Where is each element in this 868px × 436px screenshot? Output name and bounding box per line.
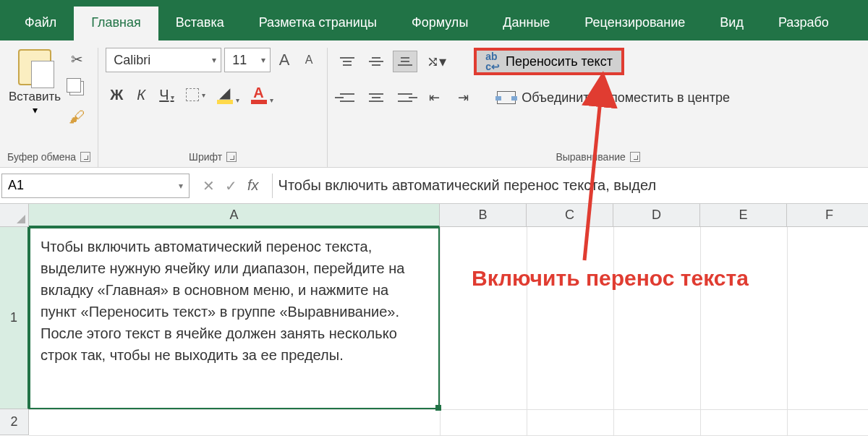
cell-a1[interactable]: Чтобы включить автоматический перенос те… xyxy=(29,227,440,409)
ribbon-tabs: Файл Главная Вставка Разметка страницы Ф… xyxy=(0,0,868,40)
select-all-corner[interactable] xyxy=(0,204,29,227)
name-box[interactable]: A1 xyxy=(1,174,190,198)
group-label-clipboard: Буфер обмена xyxy=(7,151,76,163)
annotation-label: Включить перенос текста xyxy=(472,266,749,291)
tab-data[interactable]: Данные xyxy=(485,7,567,40)
name-box-value: A1 xyxy=(8,178,24,193)
bold-button[interactable]: Ж xyxy=(106,84,127,106)
borders-button[interactable] xyxy=(182,85,210,104)
paste-button[interactable]: Вставить xyxy=(7,48,62,117)
merge-icon xyxy=(497,91,516,104)
wrap-text-icon: abc↩ xyxy=(485,51,500,72)
col-header-d[interactable]: D xyxy=(613,204,700,227)
cell-a1-text: Чтобы включить автоматический перенос те… xyxy=(41,239,404,363)
tab-view[interactable]: Вид xyxy=(702,7,761,40)
col-header-c[interactable]: C xyxy=(527,204,613,227)
group-label-font: Шрифт xyxy=(189,151,222,163)
chevron-down-icon xyxy=(202,91,205,99)
chevron-down-icon xyxy=(236,96,239,104)
clipboard-icon xyxy=(18,49,51,85)
wrap-text-button[interactable]: abc↩ Переносить текст xyxy=(474,48,624,75)
font-size-value: 11 xyxy=(232,53,247,68)
clipboard-dialog-launcher[interactable] xyxy=(80,152,90,162)
cancel-formula-button[interactable]: ✕ xyxy=(203,177,215,195)
align-middle-button[interactable] xyxy=(364,51,388,72)
group-alignment: ⤭ abc↩ Переносить текст ⇤ ⇥ xyxy=(328,48,868,167)
fill-color-button[interactable]: ◢ xyxy=(213,82,244,107)
font-name-value: Calibri xyxy=(114,53,150,68)
insert-function-button[interactable]: fx xyxy=(247,177,259,195)
accept-formula-button[interactable]: ✓ xyxy=(225,177,237,195)
font-name-combo[interactable]: Calibri xyxy=(106,48,221,72)
chevron-down-icon xyxy=(261,55,265,65)
chevron-down-icon xyxy=(179,181,183,191)
tab-insert[interactable]: Вставка xyxy=(158,7,242,40)
align-right-button[interactable] xyxy=(393,87,417,108)
format-painter-button[interactable]: 🖌 xyxy=(68,108,85,126)
group-font: Calibri 11 A A Ж К Ч xyxy=(98,48,328,167)
tab-home[interactable]: Главная xyxy=(74,7,158,40)
align-left-button[interactable] xyxy=(335,87,359,108)
row-header-2[interactable]: 2 xyxy=(0,409,29,435)
col-header-b[interactable]: B xyxy=(440,204,527,227)
decrease-indent-button[interactable]: ⇤ xyxy=(422,87,446,108)
col-header-a[interactable]: A xyxy=(29,204,440,227)
cut-button[interactable]: ✂ xyxy=(68,51,85,68)
copy-button[interactable] xyxy=(68,80,85,97)
font-dialog-launcher[interactable] xyxy=(226,152,237,162)
font-size-combo[interactable]: 11 xyxy=(224,48,271,72)
tab-page-layout[interactable]: Разметка страницы xyxy=(242,7,394,40)
italic-button[interactable]: К xyxy=(130,84,152,106)
formula-bar[interactable]: Чтобы включить автоматический перенос те… xyxy=(272,174,868,198)
merge-center-button[interactable]: Объединить и поместить в центре xyxy=(491,85,736,110)
increase-font-size-button[interactable]: A xyxy=(273,51,295,69)
chevron-down-icon xyxy=(171,93,174,101)
chevron-down-icon xyxy=(33,104,38,116)
paste-label: Вставить xyxy=(9,90,61,104)
group-label-alignment: Выравнивание xyxy=(556,151,625,163)
orientation-button[interactable]: ⤭ xyxy=(422,51,451,72)
formula-bar-row: A1 ✕ ✓ fx Чтобы включить автоматический … xyxy=(0,168,868,204)
font-color-icon: A xyxy=(251,85,267,100)
tab-review[interactable]: Рецензирование xyxy=(567,7,702,40)
tab-developer[interactable]: Разрабо xyxy=(761,7,846,40)
border-icon xyxy=(186,88,199,101)
merge-label: Объединить и поместить в центре xyxy=(522,90,730,106)
align-top-button[interactable] xyxy=(335,51,359,72)
align-bottom-button[interactable] xyxy=(393,51,417,72)
col-header-f[interactable]: F xyxy=(787,204,868,227)
group-clipboard: Вставить ✂ 🖌 Буфер обмена xyxy=(0,48,98,167)
alignment-dialog-launcher[interactable] xyxy=(630,152,640,162)
tab-formulas[interactable]: Формулы xyxy=(394,7,485,40)
decrease-font-size-button[interactable]: A xyxy=(298,54,320,67)
row-headers: 1 2 xyxy=(0,227,29,435)
align-center-button[interactable] xyxy=(364,87,388,108)
bucket-icon: ◢ xyxy=(217,85,233,100)
formula-bar-text: Чтобы включить автоматический перенос те… xyxy=(278,177,657,194)
chevron-down-icon xyxy=(439,53,446,70)
col-header-e[interactable]: E xyxy=(700,204,787,227)
font-color-button[interactable]: A xyxy=(247,82,278,107)
copy-icon xyxy=(69,81,84,95)
chevron-down-icon xyxy=(212,55,216,65)
increase-indent-button[interactable]: ⇥ xyxy=(451,87,475,108)
underline-button[interactable]: Ч xyxy=(155,84,178,106)
wrap-text-label: Переносить текст xyxy=(506,54,613,69)
ribbon: Вставить ✂ 🖌 Буфер обмена Calibri 11 xyxy=(0,40,868,168)
row-header-1[interactable]: 1 xyxy=(0,227,29,409)
column-headers: A B C D E F xyxy=(29,204,868,227)
tab-file[interactable]: Файл xyxy=(7,7,74,40)
chevron-down-icon xyxy=(270,96,273,104)
